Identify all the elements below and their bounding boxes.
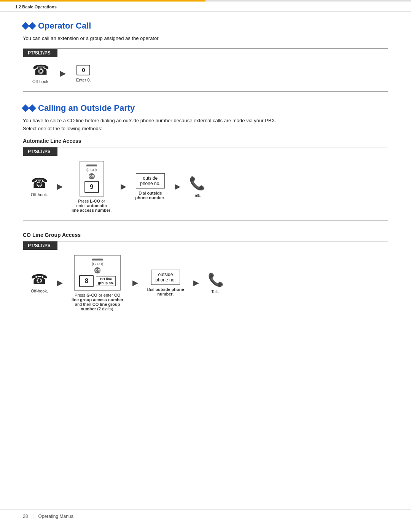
outside-box-step: outside phone no. Dial outsidephone numb… bbox=[135, 173, 165, 200]
diamond-2 bbox=[29, 22, 36, 30]
auto-offhook-step: ☎ Off-hook. bbox=[31, 176, 48, 197]
key-9: 9 bbox=[84, 181, 99, 193]
co-line-title: CO Line Group Access bbox=[23, 232, 388, 238]
co-arrow-1: ▶ bbox=[57, 279, 62, 287]
co-offhook-label: Off-hook. bbox=[31, 289, 48, 293]
offhook-label: Off-hook. bbox=[32, 79, 49, 84]
phone-offhook-icon: ☎ bbox=[32, 63, 49, 77]
co-outside-phone-box: outside phone no. bbox=[151, 270, 180, 285]
calling-outside-title: Calling an Outside Party bbox=[23, 103, 388, 113]
lco-key-step: (L-CO) OR 9 Press L-CO orenter automatic… bbox=[72, 161, 112, 212]
outside-step-label: Dial outsidephone number. bbox=[135, 191, 165, 200]
operator-call-pt-content: ☎ Off-hook. ▶ 0 Enter 0. bbox=[23, 57, 388, 91]
co-line-content: ☎ Off-hook. ▶ (G-CO) OR 8 CO bbox=[23, 250, 388, 319]
automatic-line-content: ☎ Off-hook. ▶ (L-CO) OR 9 Press L-CO bbox=[23, 156, 388, 220]
auto-arrow-3: ▶ bbox=[175, 182, 180, 191]
gco-compound-key: (G-CO) OR 8 CO linegroup no. bbox=[74, 255, 121, 291]
co-line-group-label-box: CO linegroup no. bbox=[96, 276, 116, 286]
page-number: 28 bbox=[23, 514, 28, 519]
gco-key-step: (G-CO) OR 8 CO linegroup no. Press G-CO … bbox=[72, 255, 123, 311]
footer-divider: | bbox=[32, 514, 33, 519]
talk-step-1: 📞 Talk. bbox=[189, 176, 205, 198]
footer: 28 | Operating Manual bbox=[0, 510, 411, 523]
diamond-icons bbox=[23, 23, 35, 29]
lco-step-label: Press L-CO orenter automaticline access … bbox=[72, 199, 112, 212]
operator-call-pt-box: PT/SLT/PS ☎ Off-hook. ▶ 0 Enter 0. bbox=[23, 48, 388, 92]
lco-key-topbar bbox=[86, 165, 97, 166]
key-0-label: Enter 0. bbox=[76, 78, 91, 82]
key-0-step: 0 Enter 0. bbox=[76, 65, 91, 82]
calling-outside-desc2: Select one of the following methods: bbox=[23, 125, 388, 133]
talk-icon-1: 📞 bbox=[189, 176, 205, 191]
lco-label-small: (L-CO) bbox=[86, 168, 97, 172]
operator-call-section: Operator Call You can call an extension … bbox=[23, 21, 388, 92]
automatic-line-pt-box: PT/SLT/PS ☎ Off-hook. ▶ (L-CO) O bbox=[23, 147, 388, 220]
diamond-1 bbox=[22, 22, 29, 30]
section-label: 1.2 Basic Operations bbox=[15, 5, 57, 9]
diamond-4 bbox=[29, 104, 36, 112]
co-outside-box-step: outside phone no. Dial outside phonenumb… bbox=[147, 270, 184, 296]
key-8: 8 bbox=[79, 275, 94, 287]
auto-offhook-label: Off-hook. bbox=[31, 192, 48, 197]
section-header: 1.2 Basic Operations bbox=[0, 2, 411, 12]
outside-line1: outside bbox=[140, 176, 160, 181]
arrow-1: ▶ bbox=[60, 69, 65, 78]
key-0: 0 bbox=[76, 65, 90, 75]
automatic-line-section: Automatic Line Access PT/SLT/PS ☎ Off-ho… bbox=[23, 138, 388, 220]
calling-outside-desc1: You have to seize a CO line before diali… bbox=[23, 117, 388, 125]
lco-compound-key: (L-CO) OR 9 bbox=[80, 161, 104, 197]
gco-step-label: Press G-CO or enter COline group access … bbox=[72, 293, 123, 311]
or-badge-2: OR bbox=[94, 267, 100, 273]
or-badge-1: OR bbox=[89, 173, 95, 179]
co-arrow-2: ▶ bbox=[132, 279, 138, 287]
talk-icon-2: 📞 bbox=[208, 272, 224, 287]
offhook-step: ☎ Off-hook. bbox=[32, 63, 49, 84]
automatic-line-pt-header: PT/SLT/PS bbox=[23, 147, 57, 156]
manual-label: Operating Manual bbox=[38, 514, 74, 519]
auto-arrow-2: ▶ bbox=[121, 182, 126, 191]
calling-outside-section: Calling an Outside Party You have to sei… bbox=[23, 103, 388, 319]
talk-step-2: 📞 Talk. bbox=[208, 272, 224, 294]
co-outside-step-label: Dial outside phonenumber. bbox=[147, 287, 184, 296]
talk-label-2: Talk. bbox=[211, 289, 220, 294]
co-line-section: CO Line Group Access PT/SLT/PS ☎ Off-hoo… bbox=[23, 232, 388, 319]
co-inner-group: 8 CO linegroup no. bbox=[79, 275, 116, 287]
talk-label-1: Talk. bbox=[193, 193, 201, 198]
gco-label-small: (G-CO) bbox=[92, 262, 103, 266]
co-offhook-step: ☎ Off-hook. bbox=[31, 273, 48, 293]
co-phone-icon: ☎ bbox=[31, 273, 48, 286]
auto-phone-icon: ☎ bbox=[31, 176, 48, 190]
auto-arrow-1: ▶ bbox=[57, 182, 62, 191]
operator-call-desc: You can call an extension or a group ass… bbox=[23, 35, 388, 42]
co-outside-line1: outside bbox=[155, 272, 175, 277]
operator-call-title: Operator Call bbox=[23, 21, 388, 31]
co-line-pt-box: PT/SLT/PS ☎ Off-hook. ▶ (G-CO) O bbox=[23, 241, 388, 319]
co-arrow-3: ▶ bbox=[193, 279, 199, 287]
co-outside-line2: phone no. bbox=[155, 277, 175, 283]
outside-phone-box: outside phone no. bbox=[136, 173, 164, 189]
outside-line2: phone no. bbox=[140, 181, 160, 186]
co-line-pt-header: PT/SLT/PS bbox=[23, 241, 57, 250]
diamond-icons-2 bbox=[23, 105, 35, 111]
operator-call-pt-header: PT/SLT/PS bbox=[23, 49, 57, 57]
automatic-line-title: Automatic Line Access bbox=[23, 138, 388, 144]
main-content: Operator Call You can call an extension … bbox=[0, 12, 411, 343]
gco-key-topbar bbox=[92, 259, 103, 260]
